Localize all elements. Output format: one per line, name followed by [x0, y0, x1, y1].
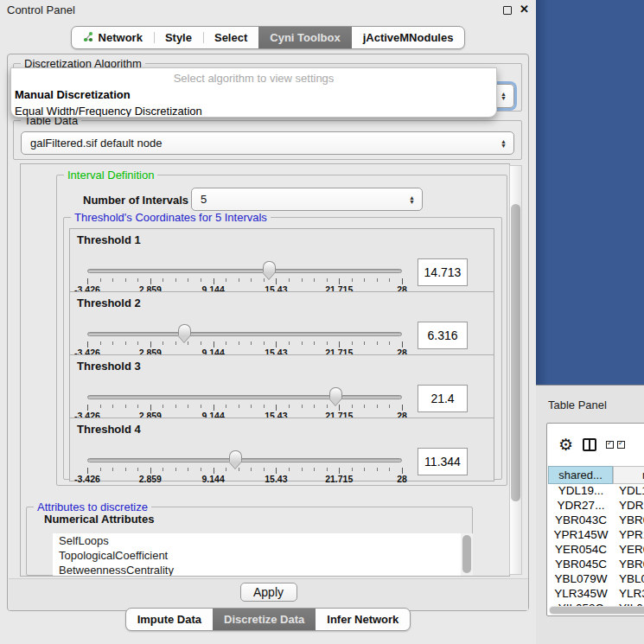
cell-shared-name: YPR145W	[548, 528, 614, 543]
float-window-icon[interactable]	[503, 6, 512, 15]
check-icon[interactable]	[606, 441, 614, 449]
threshold-value-field[interactable]: 11.344	[418, 448, 468, 475]
slider-thumb[interactable]	[229, 450, 242, 462]
column-check-icons[interactable]	[606, 441, 625, 449]
slider-tick	[327, 468, 328, 471]
slider-tick	[364, 468, 365, 471]
attributes-scrollbar[interactable]	[461, 533, 473, 576]
tab-impute-data[interactable]: Impute Data	[126, 609, 213, 630]
slider-thumb[interactable]	[329, 387, 342, 399]
tab-discretize-data[interactable]: Discretize Data	[213, 609, 316, 630]
cyni-toolbox-panel: Discretization Algorithm ▲▼ Table Data g…	[7, 54, 529, 611]
threshold-row-2: Threshold 2-3.4262.8599.14415.4321.71528…	[69, 291, 494, 355]
attributes-scrollbar-thumb[interactable]	[462, 535, 471, 573]
threshold-value-field[interactable]: 6.316	[418, 322, 468, 349]
attributes-group: Attributes to discretize Numerical Attri…	[26, 507, 473, 576]
close-icon[interactable]: ✕	[520, 3, 529, 16]
cell-name: YLR3	[614, 587, 644, 602]
table-horizontal-scrollbar[interactable]	[549, 606, 644, 615]
attribute-item[interactable]: TopologicalCoefficient	[53, 548, 461, 563]
table-data-combo[interactable]: galFiltered.sif default node ▲▼	[21, 131, 514, 155]
table-row[interactable]: YDL19...YDL1	[548, 484, 644, 499]
slider-tick	[175, 341, 176, 345]
table-row[interactable]: YER054CYER0	[548, 543, 644, 558]
apply-button[interactable]: Apply	[240, 583, 297, 602]
attribute-item[interactable]: SelfLoops	[53, 533, 461, 548]
slider-track[interactable]	[87, 395, 402, 399]
slider-tick	[402, 468, 403, 474]
threshold-value-field[interactable]: 21.4	[418, 385, 468, 412]
slider-tick	[137, 278, 138, 282]
slider-tick	[163, 341, 163, 345]
panel-title: Control Panel	[7, 3, 75, 16]
table-row[interactable]: YPR145WYPR1	[548, 528, 644, 543]
popup-option-equal-width-frequency-discretization[interactable]: Equal Width/Frequency Discretization	[11, 103, 496, 118]
split-columns-icon[interactable]	[583, 438, 596, 451]
num-intervals-value: 5	[201, 193, 207, 206]
slider-tick-label: 2.859	[139, 474, 162, 484]
check-icon[interactable]	[617, 441, 625, 449]
tab-jactivemnodules[interactable]: jActiveMNodules	[352, 27, 465, 48]
slider-tick	[100, 468, 101, 471]
cell-shared-name: YBR043C	[548, 513, 614, 528]
slider-tick	[201, 341, 201, 345]
threshold-label: Threshold 1	[77, 233, 141, 246]
attribute-item[interactable]: BetweennessCentrality	[53, 563, 461, 576]
tab-select[interactable]: Select	[203, 27, 258, 48]
num-intervals-combo[interactable]: 5 ▲▼	[191, 188, 423, 211]
slider-track[interactable]	[87, 269, 402, 273]
table-row[interactable]: YBR045CYBR0	[548, 558, 644, 572]
slider-tick	[264, 468, 265, 471]
slider-tick	[276, 468, 277, 474]
tab-label: Impute Data	[137, 613, 201, 626]
slider-tick-label: 28	[397, 474, 407, 484]
slider-tick	[339, 468, 340, 474]
threshold-value-field[interactable]: 14.713	[418, 258, 468, 286]
tab-infer-network[interactable]: Infer Network	[316, 609, 410, 630]
slider-tick	[137, 341, 138, 345]
cell-shared-name: YDL19...	[548, 484, 614, 499]
slider-track[interactable]	[87, 332, 402, 336]
combo-arrows-icon: ▲▼	[501, 92, 507, 100]
column-header-2[interactable]: n	[613, 466, 644, 484]
column-header-1[interactable]: shared...	[548, 466, 613, 484]
gear-icon[interactable]: ⚙	[558, 437, 573, 453]
slider-tick	[125, 405, 126, 408]
tab-style[interactable]: Style	[154, 27, 203, 48]
cell-shared-name: YDR27...	[548, 499, 614, 513]
settings-scrollbar-thumb[interactable]	[511, 204, 520, 501]
slider-thumb[interactable]	[263, 261, 276, 272]
table-hscrollbar-thumb[interactable]	[550, 607, 644, 614]
tab-cyni-toolbox[interactable]: Cyni Toolbox	[258, 27, 351, 48]
slider-tick	[314, 341, 315, 345]
slider-tick	[377, 405, 378, 408]
slider-tick	[188, 278, 188, 282]
slider-tick	[339, 405, 340, 411]
slider-track[interactable]	[87, 458, 402, 462]
slider-tick	[377, 468, 378, 471]
control-panel: Control Panel ✕ NetworkStyleSelectCyni T…	[0, 0, 536, 644]
slider-tick	[327, 405, 328, 408]
slider-tick	[188, 405, 188, 408]
slider-tick	[289, 468, 290, 471]
table-row[interactable]: YBL079WYBL0	[548, 572, 644, 587]
tab-label: Select	[214, 31, 247, 44]
table-toolbar: ⚙	[547, 424, 644, 465]
table-row[interactable]: YLR345WYLR3	[548, 587, 644, 602]
numerical-attributes-list[interactable]: SelfLoopsTopologicalCoefficientBetweenne…	[53, 533, 461, 576]
slider-tick	[314, 405, 315, 408]
control-panel-titlebar: Control Panel ✕	[0, 0, 536, 21]
slider-tick	[251, 405, 252, 408]
popup-option-manual-discretization[interactable]: Manual Discretization	[11, 86, 496, 103]
apply-row: Apply	[9, 578, 528, 610]
slider-tick	[276, 278, 277, 284]
bottom-tabbar: Impute DataDiscretize DataInfer Network	[125, 608, 411, 631]
table-row[interactable]: YBR043CYBR0	[548, 513, 644, 528]
table-row[interactable]: YDR27...YDR2	[548, 499, 644, 513]
tab-network[interactable]: Network	[72, 27, 154, 48]
settings-scrollbar[interactable]	[509, 165, 522, 575]
slider-tick	[150, 468, 151, 474]
settings-scroll-area: Interval Definition Number of Intervals …	[20, 163, 510, 577]
slider-thumb[interactable]	[178, 324, 191, 335]
attributes-group-label: Attributes to discretize	[34, 501, 151, 513]
